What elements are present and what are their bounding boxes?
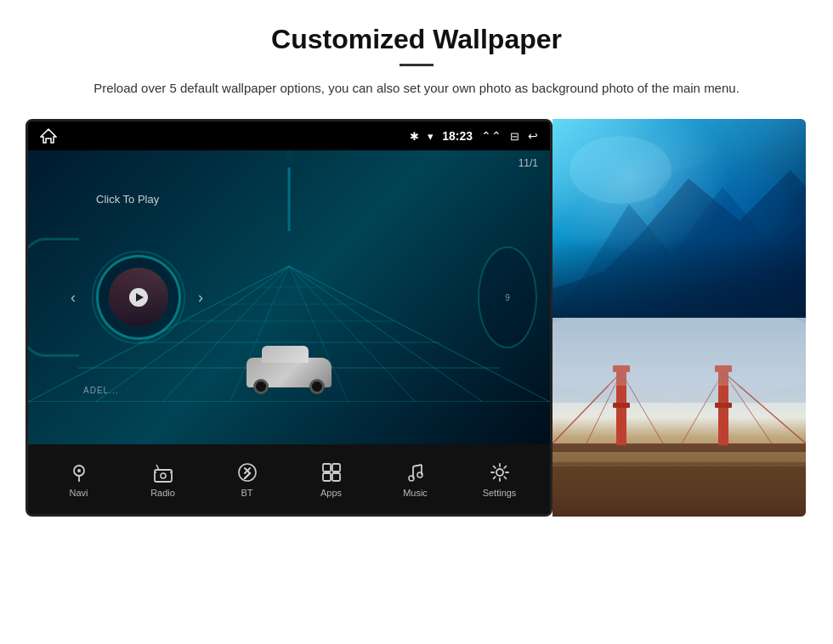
- home-icon: [40, 128, 57, 144]
- radio-icon: [151, 460, 175, 484]
- navi-icon: [67, 460, 91, 484]
- wifi-icon: ▾: [428, 130, 434, 143]
- main-content: ✱ ▾ 18:23 ⌃⌃ ⊟ ↩: [0, 107, 833, 517]
- click-to-play-label[interactable]: Click To Play: [96, 193, 159, 206]
- svg-rect-18: [155, 470, 172, 482]
- circle-outer: [96, 255, 181, 340]
- svg-point-33: [496, 469, 503, 476]
- tower-decoration: [288, 163, 291, 231]
- status-bar: ✱ ▾ 18:23 ⌃⌃ ⊟ ↩: [28, 121, 550, 150]
- svg-point-34: [570, 136, 672, 204]
- gauge-value: 9: [505, 293, 510, 302]
- display-area: Click To Play 11/1 ‹: [28, 150, 550, 444]
- svg-rect-24: [323, 464, 331, 472]
- title-divider: [400, 64, 434, 66]
- page-title: Customized Wallpaper: [51, 24, 782, 55]
- svg-line-28: [413, 465, 422, 466]
- prev-track-button[interactable]: ‹: [71, 289, 76, 307]
- car-image: [246, 358, 332, 400]
- svg-rect-25: [332, 464, 340, 472]
- album-art: [109, 268, 168, 327]
- bluetooth-icon: ✱: [410, 130, 419, 143]
- svg-point-19: [161, 473, 166, 478]
- nav-item-bt[interactable]: BT: [218, 460, 277, 498]
- thumbnails-panel: [552, 119, 806, 517]
- car-screen-wrapper: ✱ ▾ 18:23 ⌃⌃ ⊟ ↩: [26, 119, 552, 517]
- settings-label: Settings: [483, 488, 517, 498]
- bridge-detail: [552, 318, 806, 517]
- music-label: Music: [403, 488, 428, 498]
- car-wheel-left: [253, 379, 269, 394]
- svg-rect-27: [332, 473, 340, 481]
- back-icon: ↩: [528, 129, 538, 143]
- next-track-button[interactable]: ›: [198, 289, 203, 307]
- bt-label: BT: [241, 488, 252, 498]
- settings-icon: [488, 460, 512, 484]
- svg-rect-26: [323, 473, 331, 481]
- nav-item-navi[interactable]: Navi: [49, 460, 109, 498]
- window-icon: ⊟: [510, 130, 519, 143]
- apps-icon: [320, 460, 343, 484]
- play-icon: [136, 293, 144, 302]
- nav-item-radio[interactable]: Radio: [133, 460, 193, 498]
- navi-label: Navi: [69, 488, 88, 498]
- svg-rect-42: [552, 443, 806, 452]
- play-button[interactable]: [129, 288, 148, 307]
- apps-label: Apps: [320, 488, 342, 498]
- svg-rect-57: [552, 318, 806, 386]
- status-left: [40, 128, 57, 144]
- thumbnail-bridge[interactable]: [552, 318, 806, 517]
- nav-item-settings[interactable]: Settings: [470, 460, 530, 498]
- nav-bar: Navi Radio: [28, 444, 550, 514]
- svg-line-20: [156, 465, 159, 470]
- artist-name: ADEL...: [83, 386, 118, 395]
- svg-marker-0: [41, 129, 56, 143]
- car-body: [246, 358, 332, 387]
- car-screen: ✱ ▾ 18:23 ⌃⌃ ⊟ ↩: [26, 119, 552, 517]
- svg-point-16: [77, 469, 81, 472]
- music-icon: [404, 460, 428, 484]
- car-wheel-right: [309, 379, 325, 394]
- ice-image: [552, 119, 806, 318]
- up-arrow-icon: ⌃⌃: [481, 129, 502, 143]
- radio-label: Radio: [150, 488, 175, 498]
- status-right: ✱ ▾ 18:23 ⌃⌃ ⊟ ↩: [410, 129, 538, 143]
- svg-rect-40: [552, 462, 806, 517]
- svg-point-23: [239, 464, 256, 481]
- bt-icon: [235, 460, 259, 484]
- bridge-image: [552, 318, 806, 517]
- page-description: Preload over 5 default wallpaper options…: [85, 78, 748, 99]
- page-header: Customized Wallpaper Preload over 5 defa…: [0, 0, 833, 107]
- date-display: 11/1: [518, 157, 538, 169]
- music-player-circle[interactable]: [96, 255, 181, 340]
- nav-item-apps[interactable]: Apps: [302, 460, 361, 498]
- nav-item-music[interactable]: Music: [386, 460, 445, 498]
- right-gauge: 9: [478, 246, 537, 348]
- clock: 18:23: [442, 129, 473, 143]
- thumbnail-ice[interactable]: [552, 119, 806, 318]
